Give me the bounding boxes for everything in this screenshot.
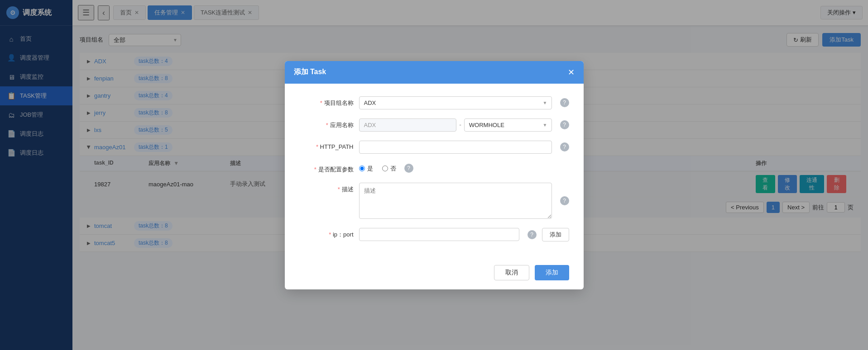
ip-port-input[interactable] (359, 228, 519, 241)
ip-port-help-icon[interactable]: ? (528, 230, 537, 239)
ip-port-add-button[interactable]: 添加 (542, 228, 569, 241)
config-params-yes-radio[interactable] (359, 166, 365, 171)
config-params-yes-label[interactable]: 是 (359, 165, 373, 173)
cancel-button[interactable]: 取消 (494, 265, 529, 280)
config-params-help-icon[interactable]: ? (404, 164, 413, 173)
add-task-modal: 添加 Task ✕ 项目组名称 ADX fenpian gantry jerry… (285, 61, 584, 289)
config-params-no-label[interactable]: 否 (382, 165, 396, 173)
modal-body: 项目组名称 ADX fenpian gantry jerry ? 应用名称 - (285, 84, 584, 260)
app-name-field-label: 应用名称 (299, 118, 354, 129)
project-group-field-select[interactable]: ADX fenpian gantry jerry (359, 96, 552, 109)
form-row-project-group: 项目组名称 ADX fenpian gantry jerry ? (299, 96, 569, 109)
confirm-button[interactable]: 添加 (535, 265, 569, 280)
http-path-label: HTTP_PATH (299, 141, 354, 150)
app-name-dash: - (459, 121, 461, 128)
app-name-help-icon[interactable]: ? (560, 120, 569, 129)
config-params-no-radio[interactable] (382, 166, 388, 171)
form-row-ip-port: ip：port ? 添加 (299, 228, 569, 241)
project-group-field-label: 项目组名称 (299, 96, 354, 107)
config-params-radio-group: 是 否 (359, 163, 396, 173)
project-group-select-wrap: ADX fenpian gantry jerry (359, 96, 552, 109)
http-path-input[interactable] (359, 141, 552, 154)
config-params-yes-text: 是 (367, 165, 373, 173)
modal-close-button[interactable]: ✕ (568, 67, 575, 77)
app-name-field-row: - WORMHOLE OTHER (359, 118, 552, 132)
ip-port-row (359, 228, 519, 241)
config-params-no-text: 否 (390, 165, 396, 173)
ip-port-label: ip：port (299, 228, 354, 239)
config-params-label: 是否配置参数 (299, 163, 354, 174)
modal-title: 添加 Task (294, 67, 326, 77)
app-name-left-input[interactable] (359, 118, 457, 132)
project-group-help-icon[interactable]: ? (560, 98, 569, 107)
form-row-config-params: 是否配置参数 是 否 ? (299, 163, 569, 174)
desc-help-icon[interactable]: ? (560, 196, 569, 205)
app-name-right-select-wrap: WORMHOLE OTHER (464, 118, 552, 132)
app-name-right-select[interactable]: WORMHOLE OTHER (464, 118, 552, 132)
form-row-desc: 描述 ? (299, 183, 569, 219)
form-row-app-name: 应用名称 - WORMHOLE OTHER ? (299, 118, 569, 132)
modal-header: 添加 Task ✕ (285, 61, 584, 84)
modal-overlay: 添加 Task ✕ 项目组名称 ADX fenpian gantry jerry… (0, 0, 868, 350)
form-row-http-path: HTTP_PATH ? (299, 141, 569, 154)
modal-footer: 取消 添加 (285, 260, 584, 289)
desc-textarea[interactable] (359, 183, 552, 219)
desc-label: 描述 (299, 183, 354, 194)
http-path-help-icon[interactable]: ? (560, 142, 569, 151)
